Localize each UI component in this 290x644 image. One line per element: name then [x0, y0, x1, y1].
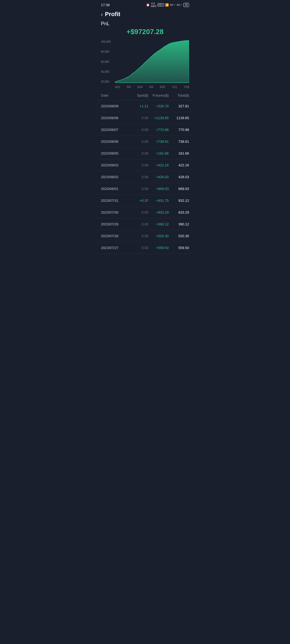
row-futures: +738.61	[148, 140, 169, 144]
row-futures: +669.03	[148, 187, 169, 191]
row-spot: 0.00	[128, 234, 148, 238]
row-date: 2023/08/05	[101, 151, 128, 155]
pnl-label: PnL	[101, 21, 189, 27]
table-row: 2023/08/06 0.00 +738.61 738.61	[97, 136, 193, 148]
row-date: 2023/08/03	[101, 163, 128, 167]
row-spot: 0.00	[128, 140, 148, 144]
status-icons: ⏰ 112KB/S HD+ 📶 5G↑↑ 4G↑↑ 25	[146, 2, 189, 8]
table-row: 2023/08/02 0.00 +428.03 428.03	[97, 171, 193, 183]
row-spot: 0.00	[128, 187, 148, 191]
row-date: 2023/07/28	[101, 234, 128, 238]
row-spot: 0.00	[128, 175, 148, 179]
hd-icon: HD+	[158, 3, 164, 6]
row-spot: 0.00	[128, 210, 148, 214]
row-spot: 0.00	[128, 151, 148, 155]
row-futures: +181.66	[148, 151, 169, 155]
chart-y-axis: 100,000 80,000 60,000 40,000 20,000	[101, 40, 114, 83]
row-futures: +1139.65	[148, 116, 169, 120]
row-date: 2023/07/31	[101, 199, 128, 203]
row-spot: 0.00	[128, 116, 148, 120]
table-row: 2023/08/05 0.00 +181.66 181.66	[97, 148, 193, 159]
row-spot: +1.11	[128, 104, 148, 108]
row-total: 181.66	[169, 151, 189, 155]
battery-icon: 25	[183, 3, 189, 7]
chart-svg-area	[115, 40, 189, 83]
row-total: 422.16	[169, 163, 189, 167]
page-title: Profit	[105, 11, 120, 18]
row-spot: 0.00	[128, 246, 148, 250]
row-futures: +931.75	[148, 199, 169, 203]
col-total: Total($)	[169, 93, 189, 97]
signal-5g-icon: 5G↑↑	[170, 3, 176, 6]
table-row: 2023/08/03 0.00 +422.16 422.16	[97, 159, 193, 171]
row-futures: +520.30	[148, 234, 169, 238]
row-total: 738.61	[169, 140, 189, 144]
network-speed: 112KB/S	[151, 2, 157, 8]
alarm-icon: ⏰	[146, 3, 150, 7]
row-date: 2023/07/27	[101, 246, 128, 250]
status-bar: 17:38 ⏰ 112KB/S HD+ 📶 5G↑↑ 4G↑↑ 25	[97, 0, 193, 9]
row-total: 770.98	[169, 128, 189, 132]
table-header: Date Spot($) Futures($) Total($)	[97, 91, 193, 100]
profit-chart: 100,000 80,000 60,000 40,000 20,000 4/22…	[101, 40, 189, 89]
row-total: 669.03	[169, 187, 189, 191]
row-total: 327.81	[169, 104, 189, 108]
chart-x-axis: 4/22 5/8 5/24 6/9 6/25 7/11 7/28	[115, 86, 189, 89]
row-spot: 0.00	[128, 163, 148, 167]
profit-table: 2023/08/09 +1.11 +326.70 327.81 2023/08/…	[97, 100, 193, 254]
row-futures: +390.12	[148, 222, 169, 226]
row-total: 1139.65	[169, 116, 189, 120]
col-spot: Spot($)	[128, 93, 148, 97]
row-date: 2023/08/07	[101, 128, 128, 132]
row-total: 559.50	[169, 246, 189, 250]
table-row: 2023/08/08 0.00 +1139.65 1139.65	[97, 112, 193, 124]
row-date: 2023/07/30	[101, 210, 128, 214]
table-row: 2023/07/30 0.00 +833.29 833.29	[97, 207, 193, 218]
row-date: 2023/08/09	[101, 104, 128, 108]
row-total: 520.30	[169, 234, 189, 238]
row-futures: +326.70	[148, 104, 169, 108]
row-total: 833.29	[169, 210, 189, 214]
row-total: 390.12	[169, 222, 189, 226]
row-date: 2023/07/29	[101, 222, 128, 226]
time: 17:38	[101, 3, 110, 7]
pnl-value: +$97207.28	[101, 28, 189, 36]
row-spot: 0.00	[128, 222, 148, 226]
table-row: 2023/07/29 0.00 +390.12 390.12	[97, 218, 193, 230]
row-futures: +422.16	[148, 163, 169, 167]
row-futures: +428.03	[148, 175, 169, 179]
row-date: 2023/08/08	[101, 116, 128, 120]
row-spot: +0.37	[128, 199, 148, 203]
wifi-icon: 📶	[165, 3, 169, 7]
row-date: 2023/08/06	[101, 140, 128, 144]
signal-4g-icon: 4G↑↑	[177, 3, 182, 6]
table-row: 2023/07/31 +0.37 +931.75 932.12	[97, 195, 193, 207]
table-row: 2023/08/01 0.00 +669.03 669.03	[97, 183, 193, 195]
back-button[interactable]: ‹	[101, 11, 103, 17]
header: ‹ Profit	[97, 9, 193, 21]
table-row: 2023/07/28 0.00 +520.30 520.30	[97, 230, 193, 242]
table-row: 2023/08/07 0.00 +770.98 770.98	[97, 124, 193, 136]
row-futures: +559.50	[148, 246, 169, 250]
row-futures: +770.98	[148, 128, 169, 132]
table-row: 2023/07/27 0.00 +559.50 559.50	[97, 242, 193, 254]
col-futures: Futures($)	[148, 93, 169, 97]
table-row: 2023/08/09 +1.11 +326.70 327.81	[97, 100, 193, 112]
row-futures: +833.29	[148, 210, 169, 214]
row-total: 932.12	[169, 199, 189, 203]
col-date: Date	[101, 93, 128, 97]
row-spot: 0.00	[128, 128, 148, 132]
row-date: 2023/08/02	[101, 175, 128, 179]
row-date: 2023/08/01	[101, 187, 128, 191]
row-total: 428.03	[169, 175, 189, 179]
pnl-section: PnL +$97207.28	[97, 21, 193, 40]
